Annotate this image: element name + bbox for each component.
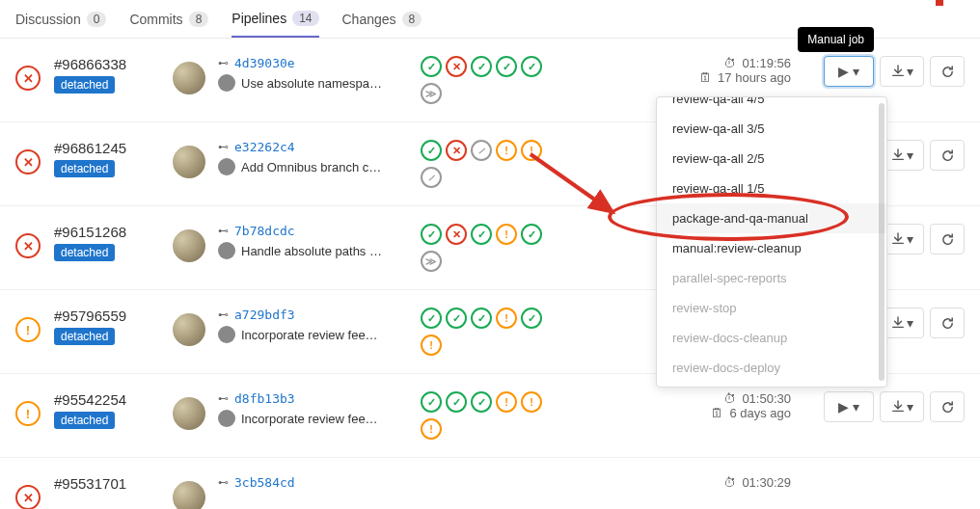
stage-fail-icon[interactable]: ✕	[446, 56, 467, 77]
mini-avatar[interactable]	[218, 410, 235, 427]
commit-sha[interactable]: a729bdf3	[234, 308, 295, 322]
dropdown-item[interactable]: review-qa-all 1/5	[657, 174, 886, 203]
commit-sha[interactable]: d8fb13b3	[234, 391, 295, 406]
retry-button[interactable]	[930, 140, 965, 171]
stage-pass-icon[interactable]: ✓	[471, 56, 492, 77]
commit-sha[interactable]: 4d39030e	[234, 56, 295, 70]
stage-fail-icon[interactable]: ✕	[446, 224, 467, 245]
retry-button[interactable]	[930, 56, 965, 87]
commit-icon: ⊷	[218, 308, 229, 321]
commit-message[interactable]: Incorporate review fee…	[241, 328, 378, 342]
manual-job-tooltip: Manual job	[798, 27, 874, 52]
stage-pass-icon[interactable]: ✓	[421, 308, 442, 329]
tab-count: 14	[292, 11, 318, 26]
commit-sha[interactable]: 7b78dcdc	[234, 224, 295, 238]
retry-icon	[940, 65, 955, 79]
download-button[interactable]: ▾	[880, 391, 924, 422]
stage-warn-icon[interactable]: !	[421, 418, 442, 440]
dropdown-item[interactable]: manual:review-cleanup	[657, 233, 886, 263]
stage-extra-icon[interactable]: ≫	[421, 251, 442, 272]
dropdown-item[interactable]: review-qa-all 3/5	[657, 114, 886, 144]
stage-pass-icon[interactable]: ✓	[471, 391, 492, 413]
dropdown-item[interactable]: review-qa-all 4/5	[657, 96, 886, 114]
commit-message[interactable]: Incorporate review fee…	[241, 412, 378, 426]
download-button[interactable]: ▾	[880, 56, 924, 87]
stage-warn-icon[interactable]: !	[421, 335, 442, 356]
pipeline-id[interactable]: #95531701	[54, 475, 160, 492]
pipeline-id[interactable]: #96151268	[54, 224, 160, 240]
stage-pass-icon[interactable]: ✓	[471, 224, 492, 245]
pipeline-status-icon[interactable]: !	[15, 317, 41, 342]
mini-avatar[interactable]	[218, 158, 235, 175]
commit-icon: ⊷	[218, 392, 229, 405]
duration: 01:30:29	[742, 475, 791, 490]
stage-warn-icon[interactable]: !	[521, 391, 542, 413]
avatar[interactable]	[173, 146, 205, 178]
tab-commits[interactable]: Commits 8	[129, 0, 208, 38]
detached-badge: detached	[54, 76, 115, 94]
stage-pass-icon[interactable]: ✓	[496, 56, 517, 77]
tab-changes[interactable]: Changes 8	[342, 0, 422, 38]
commit-message[interactable]: Add Omnibus branch c…	[241, 160, 381, 174]
stage-pass-icon[interactable]: ✓	[446, 391, 467, 413]
manual-play-button[interactable]: ▶▾	[824, 391, 874, 422]
commit-sha[interactable]: 3cb584cd	[234, 475, 295, 490]
stage-pass-icon[interactable]: ✓	[521, 56, 542, 77]
avatar[interactable]	[173, 229, 205, 262]
mini-avatar[interactable]	[218, 242, 235, 259]
stage-skip-icon[interactable]: ⟋	[421, 167, 442, 188]
pipeline-id[interactable]: #95796559	[54, 308, 160, 324]
mini-avatar[interactable]	[218, 74, 235, 92]
stage-skip-icon[interactable]: ⟋	[471, 140, 492, 161]
commit-message[interactable]: Handle absolute paths …	[241, 244, 382, 258]
manual-play-button[interactable]: ▶▾	[824, 56, 874, 87]
dropdown-scrollbar[interactable]	[879, 103, 885, 381]
mini-avatar[interactable]	[218, 326, 235, 343]
stage-pass-icon[interactable]: ✓	[471, 308, 492, 329]
tab-pipelines[interactable]: Pipelines 14	[231, 0, 318, 38]
caret-down-icon: ▾	[853, 399, 859, 415]
dropdown-item[interactable]: package-and-qa-manual	[657, 203, 886, 233]
pipeline-id[interactable]: #95542254	[54, 391, 160, 408]
stage-warn-icon[interactable]: !	[521, 140, 542, 161]
commit-message[interactable]: Use absolute namespa…	[241, 76, 382, 91]
stage-row: ✓✓✓!!	[421, 391, 613, 413]
dropdown-item[interactable]: review-qa-all 2/5	[657, 144, 886, 174]
stage-fail-icon[interactable]: ✕	[446, 140, 467, 161]
retry-icon	[940, 316, 955, 331]
stage-pass-icon[interactable]: ✓	[446, 308, 467, 329]
avatar[interactable]	[173, 481, 205, 509]
download-icon	[891, 148, 905, 162]
stage-pass-icon[interactable]: ✓	[421, 140, 442, 161]
tab-discussion[interactable]: Discussion 0	[15, 0, 106, 38]
stage-warn-icon[interactable]: !	[496, 224, 517, 245]
stage-warn-icon[interactable]: !	[496, 391, 517, 413]
timestamp: 6 days ago	[729, 406, 791, 420]
pipeline-status-icon[interactable]: ✕	[15, 485, 41, 509]
pipeline-status-icon[interactable]: ✕	[15, 66, 41, 91]
stage-pass-icon[interactable]: ✓	[421, 224, 442, 245]
commit-sha[interactable]: e32262c4	[234, 140, 295, 154]
stage-warn-icon[interactable]: !	[496, 308, 517, 329]
pipeline-id[interactable]: #96866338	[54, 56, 160, 72]
stage-pass-icon[interactable]: ✓	[421, 56, 442, 77]
pipeline-status-icon[interactable]: ✕	[15, 149, 41, 174]
stage-warn-icon[interactable]: !	[496, 140, 517, 161]
avatar[interactable]	[173, 313, 205, 346]
avatar[interactable]	[173, 62, 205, 94]
pipeline-status-icon[interactable]: ✕	[15, 233, 41, 258]
avatar[interactable]	[173, 397, 205, 430]
pipeline-id[interactable]: #96861245	[54, 140, 160, 156]
stage-row: ⟋	[421, 167, 613, 188]
pipeline-status-icon[interactable]: !	[15, 401, 41, 426]
stage-pass-icon[interactable]: ✓	[521, 224, 542, 245]
retry-icon	[940, 400, 955, 415]
retry-button[interactable]	[930, 224, 965, 254]
stage-pass-icon[interactable]: ✓	[421, 391, 442, 413]
manual-jobs-dropdown[interactable]: review-qa-all 4/5review-qa-all 3/5review…	[656, 96, 887, 388]
stage-extra-icon[interactable]: ≫	[421, 83, 442, 104]
stage-pass-icon[interactable]: ✓	[521, 308, 542, 329]
detached-badge: detached	[54, 160, 115, 177]
retry-button[interactable]	[930, 391, 965, 422]
retry-button[interactable]	[930, 308, 965, 338]
